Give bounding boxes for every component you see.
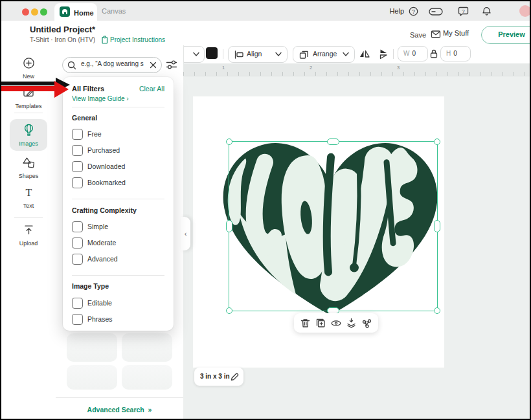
clear-all-link[interactable]: Clear All [139, 85, 164, 93]
checkbox[interactable] [72, 161, 83, 172]
color-swatch[interactable] [206, 47, 218, 59]
filter-section-crafting-complexity: Crafting Complexity [72, 206, 137, 214]
image-result-tile[interactable] [122, 333, 172, 362]
traffic-light-zoom[interactable] [40, 8, 47, 16]
filter-option-bookmarked[interactable]: Bookmarked [72, 177, 164, 189]
search-input[interactable] [80, 60, 148, 68]
project-title: Untitled Project* [30, 25, 95, 34]
height-input[interactable]: H0 [440, 46, 471, 61]
selection-bounding-box[interactable] [229, 141, 438, 311]
sidebar-item-shapes[interactable]: Shapes [10, 157, 47, 179]
filter-option-advanced[interactable]: Advanced [72, 254, 164, 265]
filter-option-simple[interactable]: Simple [72, 221, 164, 233]
weld-icon[interactable] [361, 318, 372, 329]
delete-trash-icon[interactable] [300, 318, 311, 329]
project-header: Untitled Project* T-Shirt · Iron On (HTV… [1, 21, 530, 45]
image-result-tile[interactable] [67, 365, 117, 390]
clear-search-icon[interactable] [150, 61, 157, 69]
filter-option-phrases[interactable]: Phrases [72, 314, 164, 326]
panel-footer-divider [56, 397, 183, 398]
chevron-down-icon [275, 52, 282, 57]
selection-handle-top-center[interactable] [327, 138, 339, 145]
sidebar-item-text[interactable]: T Text [10, 186, 47, 209]
selection-handle-bottom-right[interactable] [434, 307, 440, 314]
filter-sliders-icon[interactable] [166, 60, 177, 70]
duplicate-icon[interactable] [315, 318, 326, 329]
flip-vertical-icon[interactable] [378, 49, 389, 60]
double-chevron-right-icon: » [146, 406, 152, 414]
search-icon [67, 61, 76, 70]
size-badge-label: 3 in x 3 in [200, 373, 230, 380]
checkbox[interactable] [72, 129, 83, 140]
sidebar-item-upload[interactable]: Upload [10, 224, 47, 247]
filter-option-downloaded[interactable]: Downloaded [72, 161, 164, 173]
checkbox[interactable] [72, 221, 83, 232]
all-filters-popup: All Filters Clear All View Image Guide ›… [63, 77, 174, 331]
cricut-logo-icon [60, 6, 70, 17]
flip-horizontal-icon[interactable] [359, 49, 370, 60]
checkbox[interactable] [72, 145, 83, 156]
machine-icon[interactable] [429, 8, 443, 16]
my-stuff-button[interactable]: My Stuff [443, 29, 469, 37]
svg-text:T: T [25, 187, 32, 198]
selection-handle-top-right[interactable] [434, 138, 440, 145]
image-result-tile[interactable] [122, 365, 172, 390]
help-question-icon[interactable]: ? [409, 6, 418, 16]
traffic-light-minimize[interactable] [31, 8, 38, 16]
save-button[interactable]: Save [410, 31, 426, 39]
traffic-light-close[interactable] [22, 8, 29, 16]
filter-section-general: General [72, 114, 97, 122]
advanced-search-link[interactable]: Advanced Search » [56, 406, 183, 414]
chevron-down-icon [193, 52, 199, 57]
sidebar-item-images[interactable]: Images [10, 119, 47, 151]
annotation-arrow [1, 76, 74, 102]
my-stuff-icon [431, 30, 441, 39]
filter-option-editable[interactable]: Editable [72, 298, 164, 309]
checkbox[interactable] [72, 254, 83, 265]
checkbox[interactable] [72, 238, 83, 249]
checkbox[interactable] [72, 177, 83, 188]
size-badge[interactable]: 3 in x 3 in [194, 368, 243, 386]
svg-text:?: ? [412, 8, 415, 15]
filter-section-image-type: Image Type [72, 282, 109, 290]
image-search-box[interactable] [62, 57, 162, 73]
view-image-guide-link[interactable]: View Image Guide › [72, 95, 129, 102]
filter-option-free[interactable]: Free [72, 129, 164, 140]
selection-handle-top-left[interactable] [226, 138, 232, 145]
shapes-icon [22, 157, 35, 169]
notifications-bell-icon[interactable] [481, 6, 492, 17]
checkbox[interactable] [72, 298, 83, 309]
edit-pencil-icon[interactable] [230, 372, 239, 381]
window-tab-bar: Home Canvas Help ? ? [1, 1, 530, 21]
chevron-down-icon [343, 52, 349, 57]
image-result-tile[interactable] [67, 333, 117, 362]
tab-canvas[interactable]: Canvas [102, 7, 126, 15]
hide-eye-icon[interactable] [330, 318, 342, 329]
preview-button[interactable]: Preview [481, 26, 531, 44]
chat-help-icon[interactable]: ? [458, 6, 469, 17]
flatten-icon[interactable] [346, 318, 357, 329]
selection-handle-middle-left[interactable] [226, 220, 232, 232]
selection-handle-bottom-left[interactable] [226, 307, 232, 314]
selection-toolbar [294, 313, 378, 333]
selection-handle-middle-right[interactable] [434, 220, 440, 232]
arrange-dropdown[interactable]: Arrange [293, 46, 355, 63]
project-meta: T-Shirt · Iron On (HTV) [30, 36, 95, 43]
align-dropdown[interactable]: Align [228, 46, 288, 63]
help-label[interactable]: Help [389, 7, 404, 15]
filter-option-moderate[interactable]: Moderate [72, 238, 164, 249]
instructions-clipboard-icon [100, 36, 109, 44]
tab-home[interactable]: Home [54, 3, 97, 21]
arrange-label: Arrange [313, 50, 337, 58]
width-input[interactable]: W0 [398, 46, 428, 61]
project-instructions-link[interactable]: Project Instructions [110, 36, 165, 43]
lock-icon[interactable] [429, 49, 438, 59]
avatar[interactable] [519, 5, 531, 17]
height-value: 0 [453, 50, 457, 57]
svg-text:?: ? [462, 8, 465, 14]
checkbox[interactable] [72, 314, 83, 325]
panel-collapse-handle[interactable]: ‹ [181, 217, 190, 250]
filter-option-purchased[interactable]: Purchased [72, 145, 164, 157]
upload-icon [23, 224, 35, 236]
text-icon: T [23, 186, 35, 199]
